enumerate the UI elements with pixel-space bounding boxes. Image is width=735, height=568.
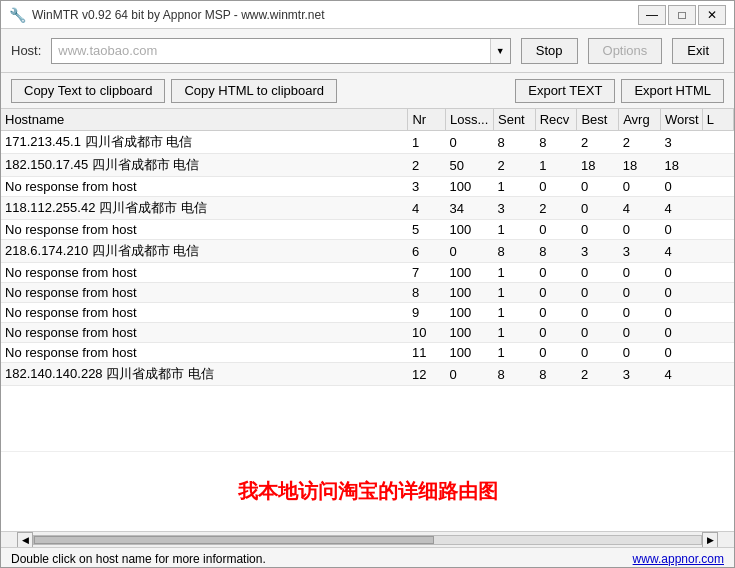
cell-avrg: 0 [619,177,661,197]
cell-worst: 0 [660,263,702,283]
header-sent: Sent [493,109,535,131]
table-row[interactable]: No response from host 9 100 1 0 0 0 0 [1,303,734,323]
cell-last [702,131,733,154]
cell-nr: 10 [408,323,446,343]
cell-last [702,303,733,323]
cell-nr: 7 [408,263,446,283]
exit-button[interactable]: Exit [672,38,724,64]
table-row[interactable]: No response from host 8 100 1 0 0 0 0 [1,283,734,303]
cell-sent: 1 [493,303,535,323]
table-row[interactable]: 171.213.45.1 四川省成都市 电信 1 0 8 8 2 2 3 [1,131,734,154]
cell-loss: 100 [446,303,494,323]
cell-loss: 100 [446,220,494,240]
scroll-left-button[interactable]: ◀ [17,532,33,548]
scrollbar-area: ◀ ▶ [1,531,734,547]
cell-best: 2 [577,131,619,154]
cell-loss: 34 [446,197,494,220]
header-avrg: Avrg [619,109,661,131]
cell-recv: 0 [535,220,577,240]
cell-recv: 0 [535,323,577,343]
cell-best: 0 [577,323,619,343]
copy-html-button[interactable]: Copy HTML to clipboard [171,79,337,103]
cell-loss: 100 [446,323,494,343]
table-row[interactable]: 218.6.174.210 四川省成都市 电信 6 0 8 8 3 3 4 [1,240,734,263]
cell-loss: 50 [446,154,494,177]
cell-last [702,323,733,343]
maximize-button[interactable]: □ [668,5,696,25]
cell-avrg: 0 [619,220,661,240]
table-row[interactable]: No response from host 11 100 1 0 0 0 0 [1,343,734,363]
table-row[interactable]: No response from host 10 100 1 0 0 0 0 [1,323,734,343]
cell-best: 0 [577,303,619,323]
host-dropdown-arrow[interactable]: ▼ [490,39,510,63]
cell-hostname: 218.6.174.210 四川省成都市 电信 [1,240,408,263]
cell-hostname: No response from host [1,220,408,240]
header-worst: Worst [660,109,702,131]
cell-nr: 4 [408,197,446,220]
cell-worst: 4 [660,197,702,220]
cell-worst: 3 [660,131,702,154]
cell-hostname: No response from host [1,343,408,363]
h-scrollbar[interactable] [33,535,702,545]
header-last: L [702,109,733,131]
options-button[interactable]: Options [588,38,663,64]
cell-last [702,263,733,283]
cell-best: 18 [577,154,619,177]
cell-recv: 0 [535,177,577,197]
copy-text-button[interactable]: Copy Text to clipboard [11,79,165,103]
cell-loss: 100 [446,283,494,303]
table-row[interactable]: 118.112.255.42 四川省成都市 电信 4 34 3 2 0 4 4 [1,197,734,220]
cell-nr: 6 [408,240,446,263]
toolbar: Host: ▼ Stop Options Exit [1,29,734,73]
table-row[interactable]: 182.150.17.45 四川省成都市 电信 2 50 2 1 18 18 1… [1,154,734,177]
header-best: Best [577,109,619,131]
cell-last [702,283,733,303]
header-hostname: Hostname [1,109,408,131]
annotation-area: 我本地访问淘宝的详细路由图 [1,451,734,531]
minimize-button[interactable]: — [638,5,666,25]
cell-loss: 100 [446,343,494,363]
close-button[interactable]: ✕ [698,5,726,25]
table-header-row: Hostname Nr Loss... Sent Recv Best Avrg … [1,109,734,131]
cell-hostname: No response from host [1,303,408,323]
cell-hostname: 182.140.140.228 四川省成都市 电信 [1,363,408,386]
cell-best: 0 [577,263,619,283]
cell-worst: 18 [660,154,702,177]
header-nr: Nr [408,109,446,131]
host-label: Host: [11,43,41,58]
cell-sent: 8 [493,363,535,386]
cell-sent: 1 [493,177,535,197]
table-body: 171.213.45.1 四川省成都市 电信 1 0 8 8 2 2 3 182… [1,131,734,386]
cell-hostname: No response from host [1,283,408,303]
table-row[interactable]: 182.140.140.228 四川省成都市 电信 12 0 8 8 2 3 4 [1,363,734,386]
cell-hostname: 118.112.255.42 四川省成都市 电信 [1,197,408,220]
stop-button[interactable]: Stop [521,38,578,64]
table-row[interactable]: No response from host 5 100 1 0 0 0 0 [1,220,734,240]
host-input[interactable] [52,41,489,60]
cell-last [702,363,733,386]
cell-recv: 2 [535,197,577,220]
cell-avrg: 0 [619,263,661,283]
table-container: Hostname Nr Loss... Sent Recv Best Avrg … [1,109,734,451]
cell-recv: 8 [535,131,577,154]
cell-worst: 0 [660,303,702,323]
cell-nr: 11 [408,343,446,363]
cell-hostname: No response from host [1,323,408,343]
cell-sent: 1 [493,323,535,343]
export-text-button[interactable]: Export TEXT [515,79,615,103]
cell-recv: 8 [535,240,577,263]
cell-last [702,197,733,220]
title-bar-left: 🔧 WinMTR v0.92 64 bit by Appnor MSP - ww… [9,7,325,23]
cell-worst: 0 [660,283,702,303]
cell-recv: 1 [535,154,577,177]
cell-hostname: No response from host [1,177,408,197]
scroll-right-button[interactable]: ▶ [702,532,718,548]
cell-loss: 0 [446,131,494,154]
table-row[interactable]: No response from host 7 100 1 0 0 0 0 [1,263,734,283]
cell-hostname: 182.150.17.45 四川省成都市 电信 [1,154,408,177]
appnor-link[interactable]: www.appnor.com [633,552,724,566]
h-scrollbar-thumb[interactable] [34,536,434,544]
table-row[interactable]: No response from host 3 100 1 0 0 0 0 [1,177,734,197]
app-icon: 🔧 [9,7,26,23]
export-html-button[interactable]: Export HTML [621,79,724,103]
